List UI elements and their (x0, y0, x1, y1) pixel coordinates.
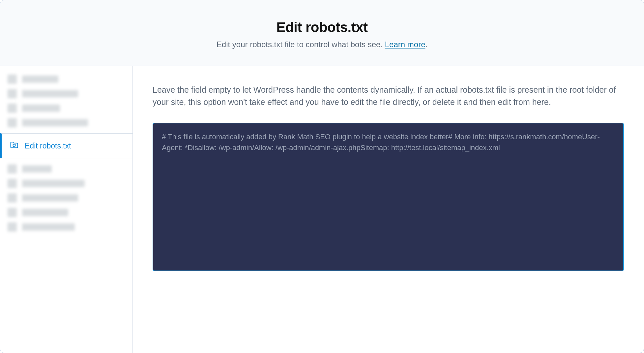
learn-more-link[interactable]: Learn more (385, 40, 425, 49)
panel-body: Edit robots.txt Leave the field empty to… (0, 66, 644, 353)
sidebar-items-blurred-top (0, 69, 132, 133)
page-title: Edit robots.txt (14, 19, 630, 35)
main-content: Leave the field empty to let WordPress h… (133, 66, 644, 353)
page-header: Edit robots.txt Edit your robots.txt fil… (0, 0, 644, 66)
shield-folder-icon (10, 140, 19, 151)
subtitle-suffix: . (425, 40, 427, 49)
subtitle-text: Edit your robots.txt file to control wha… (217, 40, 385, 49)
sidebar-items-blurred-bottom (0, 158, 132, 238)
robots-txt-editor[interactable] (153, 123, 624, 271)
page-subtitle: Edit your robots.txt file to control wha… (14, 40, 630, 49)
settings-panel: Edit robots.txt Edit your robots.txt fil… (0, 0, 644, 353)
sidebar-item-edit-robots[interactable]: Edit robots.txt (0, 133, 132, 158)
sidebar-item-label: Edit robots.txt (25, 142, 71, 150)
field-description: Leave the field empty to let WordPress h… (153, 84, 624, 108)
sidebar: Edit robots.txt (0, 66, 133, 353)
